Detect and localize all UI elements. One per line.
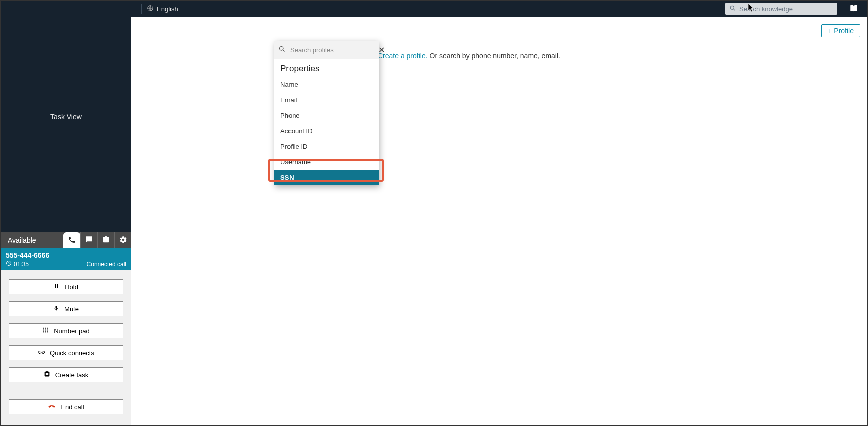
phone-icon — [68, 236, 76, 245]
numpad-button[interactable]: Number pad — [9, 323, 123, 338]
tab-chat[interactable] — [80, 232, 97, 248]
sidebar: Task View Available — [1, 1, 131, 425]
topbar: English — [131, 1, 867, 17]
profile-header: + Profile — [131, 17, 867, 45]
call-duration: 01:35 — [14, 261, 29, 268]
hold-label: Hold — [65, 283, 78, 291]
call-controls: Hold Mute Number pad Quick connects Crea… — [1, 270, 131, 425]
numpad-label: Number pad — [54, 327, 90, 335]
task-icon — [44, 371, 50, 379]
search-icon — [278, 45, 286, 55]
pause-icon — [54, 283, 60, 291]
search-profiles-input[interactable] — [290, 46, 374, 54]
svg-point-5 — [45, 329, 46, 330]
clock-icon — [6, 260, 12, 268]
chat-icon — [85, 236, 93, 245]
language-label: English — [157, 5, 178, 13]
create-task-label: Create task — [55, 371, 88, 379]
svg-point-4 — [43, 329, 44, 330]
link-icon — [38, 349, 45, 357]
mic-icon — [53, 305, 59, 313]
prop-item-username[interactable]: Username — [274, 154, 379, 170]
prop-item-ssn[interactable]: SSN — [274, 170, 379, 185]
svg-point-12 — [280, 46, 284, 50]
hangup-icon — [48, 403, 56, 411]
prop-item-phone[interactable]: Phone — [274, 108, 379, 123]
quick-connects-button[interactable]: Quick connects — [9, 345, 123, 360]
gear-icon — [119, 236, 127, 245]
svg-point-1 — [43, 328, 44, 329]
call-meta: 01:35 Connected call — [6, 260, 126, 268]
add-profile-button[interactable]: + Profile — [821, 24, 860, 37]
hold-button[interactable]: Hold — [9, 279, 123, 294]
knowledge-search[interactable] — [725, 3, 837, 15]
prop-item-account-id[interactable]: Account ID — [274, 123, 379, 139]
prop-item-name[interactable]: Name — [274, 77, 379, 92]
content-area: + Profile Create a profile. Or search by… — [131, 17, 867, 425]
mute-label: Mute — [64, 305, 79, 313]
hint-text: Create a profile. Or search by phone num… — [378, 52, 560, 60]
mute-button[interactable]: Mute — [9, 301, 123, 316]
knowledge-search-input[interactable] — [739, 5, 833, 13]
create-task-button[interactable]: Create task — [9, 367, 123, 382]
search-profiles-panel: ✕ Properties Name Email Phone Account ID… — [274, 41, 379, 185]
call-timer: 01:35 — [6, 260, 29, 268]
app-root: Task View Available — [0, 0, 868, 426]
language-selector[interactable]: English — [141, 4, 178, 14]
create-profile-link[interactable]: Create a profile. — [378, 52, 428, 60]
svg-point-7 — [43, 331, 44, 332]
property-list: Name Email Phone Account ID Profile ID U… — [274, 77, 379, 185]
properties-title: Properties — [274, 59, 379, 77]
hint-rest: Or search by phone number, name, email. — [428, 52, 560, 60]
svg-point-6 — [47, 329, 48, 330]
tab-tasks[interactable] — [97, 232, 114, 248]
globe-icon — [147, 5, 154, 13]
topbar-book-icon[interactable] — [847, 2, 860, 15]
grid-icon — [42, 327, 49, 335]
quick-label: Quick connects — [50, 349, 94, 357]
clipboard-icon — [102, 236, 110, 245]
search-icon — [729, 5, 736, 13]
svg-point-8 — [45, 331, 46, 332]
svg-point-2 — [45, 328, 46, 329]
svg-point-11 — [730, 6, 734, 9]
prop-item-profile-id[interactable]: Profile ID — [274, 139, 379, 154]
close-icon[interactable]: ✕ — [378, 45, 385, 55]
call-state: Connected call — [87, 261, 126, 268]
tab-phone[interactable] — [63, 232, 80, 248]
call-number: 555-444-6666 — [6, 251, 126, 259]
svg-point-9 — [47, 331, 48, 332]
status-bar: Available — [1, 232, 131, 248]
status-text: Available — [8, 236, 63, 244]
call-info: 555-444-6666 01:35 Connected call — [1, 248, 131, 270]
end-call-button[interactable]: End call — [9, 399, 123, 414]
status-tabs — [63, 232, 131, 248]
search-input-row: ✕ — [274, 41, 379, 59]
end-label: End call — [61, 403, 84, 411]
prop-item-email[interactable]: Email — [274, 92, 379, 108]
task-view-label: Task View — [1, 1, 131, 232]
main: English + Profile Create a profi — [131, 1, 867, 425]
svg-point-3 — [47, 328, 48, 329]
tab-settings[interactable] — [114, 232, 131, 248]
profile-button-label: Profile — [834, 27, 854, 35]
plus-icon: + — [828, 27, 832, 35]
